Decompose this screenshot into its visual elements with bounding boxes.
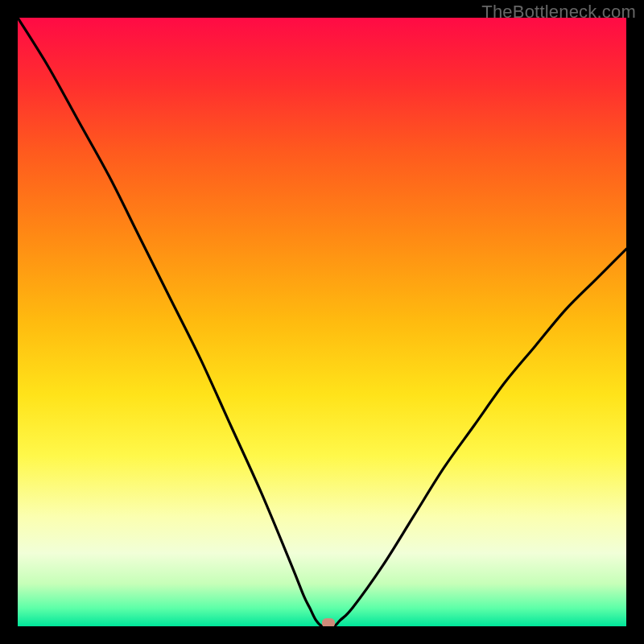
- plot-area: [18, 18, 626, 626]
- bottleneck-curve: [18, 18, 626, 626]
- chart-frame: TheBottleneck.com: [0, 0, 644, 644]
- watermark-text: TheBottleneck.com: [481, 2, 636, 23]
- minimum-marker-icon: [322, 618, 335, 626]
